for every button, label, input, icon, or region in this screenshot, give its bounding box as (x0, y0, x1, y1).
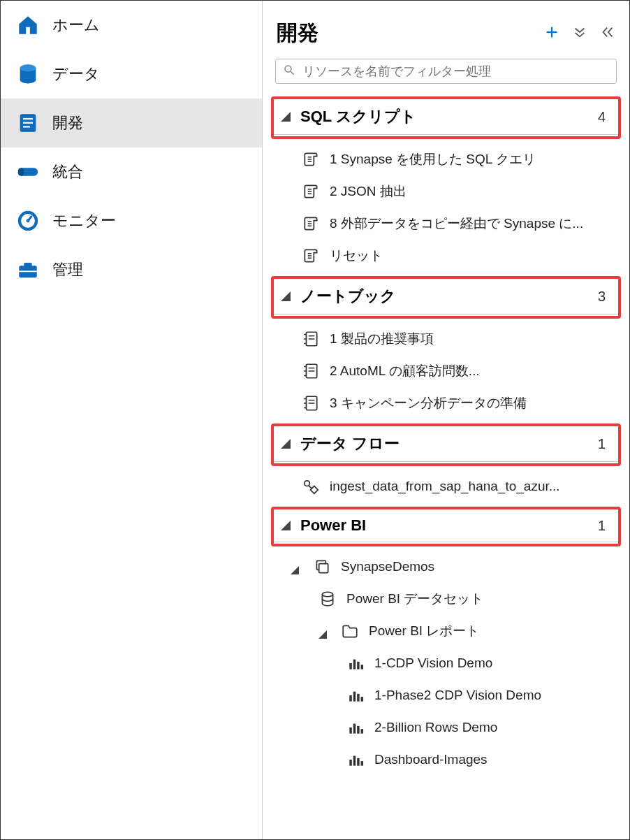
script-icon (302, 182, 320, 201)
data-icon (16, 62, 40, 86)
powerbi-datasets-label: Power BI データセット (346, 590, 483, 608)
filter-input[interactable] (302, 64, 609, 79)
caret-expanded-icon (281, 521, 291, 530)
notebook-item-1[interactable]: 1 製品の推奨事項 (263, 323, 629, 355)
caret-expanded-icon (281, 291, 291, 301)
report-item-1-label: 1-CDP Vision Demo (374, 656, 492, 671)
notebook-item-2-label: 2 AutoML の顧客訪問数... (330, 362, 480, 380)
section-powerbi-count: 1 (598, 518, 606, 534)
section-sql-scripts: SQL スクリプト 4 (271, 96, 621, 139)
report-item-3-label: 2-Billion Rows Demo (374, 720, 497, 735)
dataflow-icon (302, 477, 320, 495)
report-item-4-label: Dashboard-Images (374, 752, 488, 767)
nav-integrate[interactable]: 統合 (1, 147, 262, 196)
script-icon (302, 247, 320, 265)
caret-expanded-icon (281, 439, 291, 449)
section-powerbi-header[interactable]: Power BI 1 (274, 511, 618, 540)
nav-manage[interactable]: 管理 (1, 245, 262, 294)
report-item-4[interactable]: Dashboard-Images (263, 744, 629, 776)
dataflow-item-1-label: ingest_data_from_sap_hana_to_azur... (330, 479, 560, 494)
panel-title: 開発 (277, 19, 318, 48)
nav-data[interactable]: データ (1, 50, 262, 99)
dataset-icon (318, 590, 337, 608)
panel-header: 開発 (263, 9, 629, 55)
script-icon (302, 215, 320, 233)
sql-item-2-label: 2 JSON 抽出 (330, 182, 406, 201)
script-icon (302, 150, 320, 168)
validate-all-label: Validate all (390, 1, 450, 2)
notebook-item-1-label: 1 製品の推奨事項 (330, 330, 434, 348)
sql-item-1-label: 1 Synapse を使用した SQL クエリ (330, 150, 536, 168)
sql-item-1[interactable]: 1 Synapse を使用した SQL クエリ (263, 143, 629, 175)
nav-develop[interactable]: 開発 (1, 99, 262, 147)
caret-expanded-icon (318, 627, 327, 635)
caret-expanded-icon (281, 112, 291, 122)
report-item-2[interactable]: 1-Phase2 CDP Vision Demo (263, 679, 629, 711)
notebook-icon (302, 394, 320, 412)
report-item-3[interactable]: 2-Billion Rows Demo (263, 711, 629, 744)
section-sql-header[interactable]: SQL スクリプト 4 (274, 101, 618, 133)
barchart-icon (346, 654, 365, 672)
home-icon (16, 13, 40, 37)
section-dataflow-header[interactable]: データ フロー 1 (274, 428, 618, 460)
workspace-icon (313, 558, 331, 576)
barchart-icon (346, 686, 365, 704)
panel-header-actions (544, 24, 615, 43)
section-powerbi-label: Power BI (300, 516, 598, 535)
section-sql-label: SQL スクリプト (300, 106, 598, 127)
publish-all-label: Publish all (291, 1, 348, 2)
nav-develop-label: 開発 (52, 113, 83, 133)
resource-tree: SQL スクリプト 4 1 Synapse を使用した SQL クエリ 2 JS… (263, 92, 629, 839)
nav-manage-label: 管理 (52, 259, 83, 280)
nav-data-label: データ (52, 64, 100, 85)
folder-icon (341, 622, 359, 640)
report-item-2-label: 1-Phase2 CDP Vision Demo (374, 688, 541, 703)
toolbar-clipped: Publish all Validate all Refresh (263, 1, 629, 9)
divider (274, 314, 618, 314)
sql-item-2[interactable]: 2 JSON 抽出 (263, 175, 629, 208)
notebook-item-3-label: 3 キャンペーン分析データの準備 (330, 394, 527, 412)
nav-monitor-label: モニター (52, 210, 116, 231)
divider (274, 134, 618, 135)
sql-item-4[interactable]: リセット (263, 240, 629, 272)
report-item-1[interactable]: 1-CDP Vision Demo (263, 647, 629, 679)
expand-all-button[interactable] (572, 24, 587, 43)
powerbi-datasets[interactable]: Power BI データセット (263, 583, 629, 615)
barchart-icon (346, 718, 365, 737)
integrate-icon (16, 160, 40, 184)
section-powerbi: Power BI 1 (271, 507, 621, 546)
section-sql-count: 4 (598, 109, 606, 125)
nav-monitor[interactable]: モニター (1, 196, 262, 245)
nav-home-label: ホーム (52, 15, 100, 36)
section-notebooks-count: 3 (598, 289, 606, 305)
sql-item-3-label: 8 外部データをコピー経由で Synapse に... (330, 215, 583, 233)
develop-icon (16, 111, 40, 135)
notebook-icon (302, 330, 320, 348)
caret-expanded-icon (291, 563, 299, 571)
collapse-panel-button[interactable] (600, 24, 615, 43)
section-dataflow-label: データ フロー (300, 433, 598, 454)
notebook-item-2[interactable]: 2 AutoML の顧客訪問数... (263, 355, 629, 387)
section-notebooks: ノートブック 3 (271, 276, 621, 319)
powerbi-reports-folder[interactable]: Power BI レポート (263, 615, 629, 647)
powerbi-workspace-label: SynapseDemos (341, 559, 434, 574)
sql-item-3[interactable]: 8 外部データをコピー経由で Synapse に... (263, 208, 629, 240)
nav-home[interactable]: ホーム (1, 1, 262, 50)
refresh-label: Refresh (492, 1, 536, 2)
notebook-item-3[interactable]: 3 キャンペーン分析データの準備 (263, 387, 629, 419)
barchart-icon (346, 751, 365, 769)
section-notebooks-header[interactable]: ノートブック 3 (274, 280, 618, 312)
dataflow-item-1[interactable]: ingest_data_from_sap_hana_to_azur... (263, 470, 629, 502)
filter-box[interactable] (275, 59, 617, 84)
section-notebooks-label: ノートブック (300, 286, 598, 307)
divider (274, 542, 618, 542)
left-nav: ホーム データ 開発 統合 モニター 管理 (1, 1, 263, 839)
divider (274, 461, 618, 462)
section-dataflow: データ フロー 1 (271, 423, 621, 466)
monitor-icon (16, 209, 40, 233)
nav-integrate-label: 統合 (52, 161, 83, 182)
powerbi-workspace[interactable]: SynapseDemos (263, 551, 629, 583)
add-resource-button[interactable] (544, 24, 559, 43)
section-dataflow-count: 1 (598, 436, 606, 452)
develop-panel: Publish all Validate all Refresh 開発 SQL … (263, 1, 629, 839)
